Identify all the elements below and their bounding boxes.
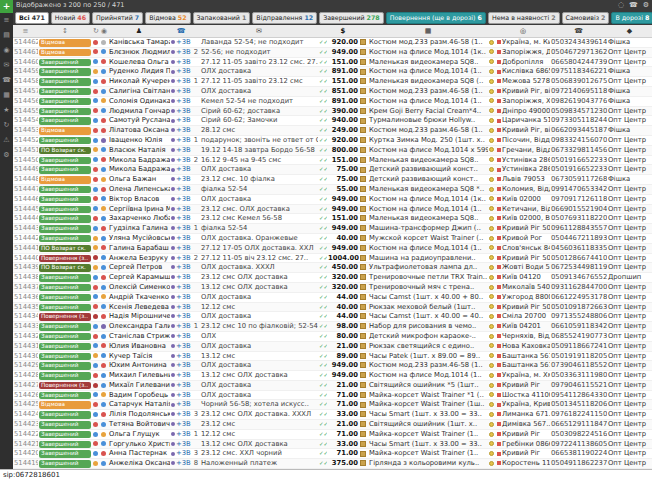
phone-badge[interactable]: +3В xyxy=(170,165,192,174)
table-row[interactable]: 514457ЗавершенийСалигіна Світлана ..+3ВО… xyxy=(13,87,652,97)
tab-absent[interactable]: Нема в наявності2 xyxy=(488,12,560,24)
table-row[interactable]: 514441ПО Возврат ск.Галина Барабаш+3В27.… xyxy=(13,244,652,254)
tab-accepted[interactable]: Прийнятий7 xyxy=(92,12,143,24)
phone-badge[interactable]: +3В xyxy=(170,214,192,223)
settings-icon[interactable]: ⚙ xyxy=(3,148,9,163)
status-cell[interactable]: Завершений xyxy=(38,342,92,351)
status-cell[interactable]: Завершений xyxy=(38,410,92,419)
delivery-icon[interactable]: ◎ xyxy=(496,25,550,37)
table-row[interactable]: 514454ЗавершенийСамотуй Руслана Во..+3ВС… xyxy=(13,116,652,126)
orders-icon[interactable]: ▤ xyxy=(3,28,10,43)
contacts-icon[interactable]: ◉ xyxy=(3,43,9,58)
menu-icon[interactable]: ≡ xyxy=(4,13,10,28)
phone-badge[interactable]: +3В xyxy=(170,273,192,282)
status-cell[interactable]: Повернення (з.. xyxy=(38,381,92,390)
table-row[interactable]: 514462ВідмоваКанівська Тамара+3ВЛаванда … xyxy=(13,38,652,48)
source-icon[interactable]: ◆ xyxy=(607,25,652,37)
table-row[interactable]: 514445ЗавершенийСергіївна Ірина Ми..+3В2… xyxy=(13,205,652,215)
phone-badge[interactable]: +3В xyxy=(170,38,192,47)
table-row[interactable]: 514433ЗавершенийОлександра Галина В..+3В… xyxy=(13,322,652,332)
table-row[interactable]: 514428ЗавершенийМихаил Гилевьний+3В13.12… xyxy=(13,371,652,381)
phone-badge[interactable]: +3В xyxy=(170,244,192,253)
status-cell[interactable]: Завершений xyxy=(38,283,92,292)
table-row[interactable]: 514436ЗавершенийАндрій Ткаченко+3ВОЛХ до… xyxy=(13,293,652,303)
phone-badge[interactable]: +3В xyxy=(170,293,192,302)
table-row[interactable]: 514461ВідмоваБлєзнюк Людмила А..+3В252-5… xyxy=(13,48,652,58)
phone-badge[interactable]: +3В xyxy=(170,48,192,57)
phone-badge[interactable]: +3В xyxy=(170,87,192,96)
stats-icon[interactable]: ▦ xyxy=(3,88,10,103)
table-row[interactable]: 514448ВідмоваОльга Бажан+3В23.12 смс. 10… xyxy=(13,175,652,185)
table-row[interactable]: 514431ЗавершенийЮлия Ивановна+3ВОЛХ дост… xyxy=(13,342,652,352)
phone-badge[interactable]: +3В xyxy=(170,136,192,145)
settings-icon[interactable]: ⚙ xyxy=(643,0,649,11)
phone-badge[interactable]: +3В xyxy=(170,342,192,351)
tab-all[interactable]: Всі471 xyxy=(15,12,49,24)
phone-badge[interactable]: +3В xyxy=(170,283,192,292)
table-row[interactable]: 514430ЗавершенийКучер Таїсія+3В13.12 смс… xyxy=(13,352,652,362)
phone-badge[interactable]: +3В xyxy=(170,420,192,429)
status-cell[interactable]: Завершений xyxy=(38,165,92,174)
status-cell[interactable]: Завершений xyxy=(38,371,92,380)
table-row[interactable]: 514458ЗавершенийНиколай Кучеренко+3В127.… xyxy=(13,77,652,87)
status-cell[interactable]: Завершений xyxy=(38,97,92,106)
phone-badge[interactable]: +3В xyxy=(170,97,192,106)
table-row[interactable]: 514455ЗавершенийЛюдмила Гончарова+3ВСіри… xyxy=(13,107,652,117)
table-row[interactable]: 514437ЗавершенийОлексій Сименко+3В13.12 … xyxy=(13,283,652,293)
table-row[interactable]: 514429ЗавершенийЮхим Антонина+3ВОЛХ дост… xyxy=(13,361,652,371)
status-cell[interactable]: Завершений xyxy=(38,136,92,145)
table-row[interactable]: 514453ВідмоваЛілатова Оксана М..+3В28.12… xyxy=(13,126,652,136)
phone-badge[interactable]: +3В xyxy=(170,391,192,400)
tab-shipped[interactable]: Відправлення12 xyxy=(252,12,317,24)
calls-icon[interactable]: ☎ xyxy=(2,73,11,88)
status-cell[interactable]: Завершений xyxy=(38,449,92,458)
status-cell[interactable]: Завершений xyxy=(38,116,92,125)
phone-badge[interactable]: +3В xyxy=(170,440,192,449)
status-cell[interactable]: Завершений xyxy=(38,77,92,86)
table-row[interactable]: 514424ЗавершенийЛілія Подолянська+3В323.… xyxy=(13,410,652,420)
tab-packed[interactable]: Запакований1 xyxy=(193,12,251,24)
table-row[interactable]: 514449ЗавершенийМикола Бадражан+3ВОЛХ до… xyxy=(13,165,652,175)
table-row[interactable]: 514451ПО Возврат ск.Власюк Наталія+3В19.… xyxy=(13,146,652,156)
status-cell[interactable]: Відмова xyxy=(38,48,92,57)
table-row[interactable]: 514419ЗавершенийАнжеліка Оксана+3В8Налож… xyxy=(13,459,652,469)
col-ck[interactable] xyxy=(318,25,327,37)
search-icon[interactable]: ◌ xyxy=(618,0,624,11)
tab-pickup[interactable]: Самовивіз2 xyxy=(562,12,610,24)
phone-badge[interactable]: +3В xyxy=(170,371,192,380)
status-cell[interactable]: Відмова xyxy=(38,126,92,135)
phone-badge[interactable]: +3В xyxy=(170,449,192,458)
table-row[interactable]: 514459ЗавершенийРуденко Лидия Пав..+3ВОЛ… xyxy=(13,67,652,77)
status-cell[interactable]: Завершений xyxy=(38,322,92,331)
status-cell[interactable]: Завершений xyxy=(38,224,92,233)
table-row[interactable]: 514434Повернення (з..Надія Мірошниченко+… xyxy=(13,312,652,322)
phone-badge[interactable]: +3В xyxy=(170,410,192,419)
table-row[interactable]: 514442ЗавершенийУляна Мусійовська+3ВОЛХ … xyxy=(13,234,652,244)
status-dot-icon[interactable]: ◉ xyxy=(100,25,108,37)
phone-badge[interactable]: +3В xyxy=(170,58,192,67)
table-row[interactable]: 514427Повернення (з..Михаїл Гилеваний+3В… xyxy=(13,381,652,391)
phone-icon[interactable]: ☎ xyxy=(629,0,638,11)
status-cell[interactable]: Відмова xyxy=(38,400,92,409)
phone-badge[interactable]: +3В xyxy=(170,77,192,86)
table-row[interactable]: 514426ЗавершенийВадим Горобець+3ВОЛХ дос… xyxy=(13,391,652,401)
table-row[interactable]: 514435ЗавершенийКсенія Леведева+3В12.12 … xyxy=(13,303,652,313)
table-row[interactable]: 514447ЗавершенийОлена Липенська+3Вфіалка… xyxy=(13,185,652,195)
favorites-icon[interactable]: ★ xyxy=(3,103,9,118)
status-cell[interactable]: Відмова xyxy=(38,38,92,47)
table-row[interactable]: 514425ВідмоваСатарчук Наталія Гр..+3ВЧор… xyxy=(13,400,652,410)
phone-badge[interactable]: +3В xyxy=(170,185,192,194)
phone-badge[interactable]: +3В xyxy=(170,381,192,390)
status-cell[interactable]: Завершений xyxy=(38,332,92,341)
status-cell[interactable]: Завершений xyxy=(38,214,92,223)
phone-badge[interactable]: +3В xyxy=(170,156,192,165)
customers-icon[interactable]: ♟ xyxy=(108,25,170,37)
phone-badge[interactable]: +3В xyxy=(170,224,192,233)
comments-icon[interactable]: ✉ xyxy=(200,25,318,37)
status-cell[interactable]: ПО Возврат ск. xyxy=(38,244,92,253)
status-cell[interactable]: Завершений xyxy=(38,67,92,76)
refresh-icon[interactable]: ↻ xyxy=(4,118,10,133)
table-row[interactable]: 514450ЗавершенийМикола Бадражан+3В216.12… xyxy=(13,156,652,166)
phone-icon[interactable]: ☎ xyxy=(170,25,192,37)
table-row[interactable]: 514420ЗавершенийАнна Пастернак+3В323.12 … xyxy=(13,449,652,459)
